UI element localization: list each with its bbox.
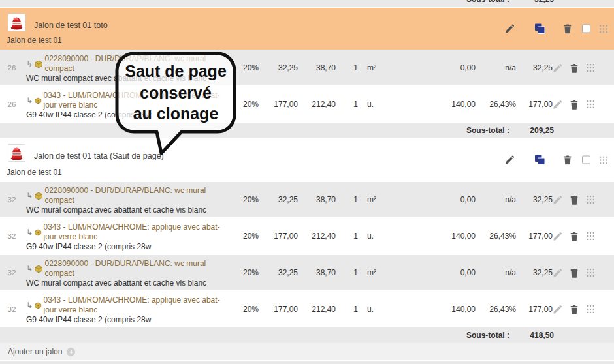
total-cell: 32,25 <box>516 63 553 72</box>
jalon-checkbox[interactable] <box>582 156 590 164</box>
product-detail-text: G9 40w IP44 classe 2 (compris 28w <box>26 242 229 251</box>
unit-price-ht-cell: 32,25 <box>259 195 298 204</box>
pencil-icon <box>553 232 562 241</box>
edit-jalon-button[interactable] <box>504 24 515 34</box>
product-code-link[interactable]: ↳ 0228090000 - DUR/DURAP/BLANC: wc mural… <box>26 186 229 205</box>
row-drag-handle[interactable] <box>587 232 605 240</box>
unit-price-ht-cell: 177,00 <box>259 305 298 314</box>
jalon-subtitle: Jalon de test 01 <box>7 36 62 45</box>
product-code-text: 0343 - LUM/ROMA/CHROME: applique avec ab… <box>44 296 229 315</box>
unit-cell: u. <box>358 305 397 314</box>
sections-container: Jalon de test 01 toto Jalon de test 01 <box>0 8 614 343</box>
pencil-icon <box>553 100 562 110</box>
indent-arrow-icon: ↳ <box>26 59 33 69</box>
product-row: 26 ↳ 0343 - LUM/ROMA/CHROME: applique av… <box>0 86 614 123</box>
unit-price-ht-cell: 177,00 <box>259 232 298 241</box>
unit-cell: u. <box>358 100 397 109</box>
subtotal-label: Sous-total : <box>466 0 521 4</box>
trash-icon <box>563 155 572 165</box>
edit-row-button[interactable] <box>553 63 570 73</box>
vat-cell: 20% <box>233 268 259 277</box>
jalon-drag-handle[interactable] <box>599 25 608 33</box>
add-jalon-button[interactable]: Ajouter un jalon + <box>0 343 614 360</box>
package-icon <box>35 265 42 273</box>
quantity-cell: 1 <box>336 100 358 109</box>
unit-cell: m² <box>358 195 397 204</box>
jalon-row: Jalon de test 01 tata (Saut de page) Jal… <box>0 138 614 181</box>
quantity-cell: 1 <box>336 268 358 277</box>
delete-jalon-button[interactable] <box>562 24 572 34</box>
product-code-link[interactable]: ↳ 0228090000 - DUR/DURAP/BLANC: wc mural… <box>26 54 229 74</box>
drag-grip-icon <box>587 305 594 313</box>
subtotal-value: 418,50 <box>521 331 554 340</box>
drag-grip-icon <box>600 156 607 164</box>
drag-grip-icon <box>587 232 594 240</box>
product-row: 32 ↳ 0343 - LUM/ROMA/CHROME: applique av… <box>0 218 614 254</box>
clone-jalon-button[interactable] <box>534 23 545 35</box>
pencil-icon <box>553 305 562 314</box>
delete-row-button[interactable] <box>570 232 587 241</box>
subtotal-label: Sous-total : <box>466 126 521 135</box>
edit-jalon-button[interactable] <box>504 155 515 165</box>
unit-price-ttc-cell: 212,40 <box>298 100 336 109</box>
subtotal-row: Sous-total : 209,25 <box>0 123 614 138</box>
edit-row-button[interactable] <box>553 305 570 314</box>
add-icon: + <box>67 348 75 356</box>
product-description-cell: ↳ 0343 - LUM/ROMA/CHROME: applique avec … <box>24 291 233 327</box>
row-drag-handle[interactable] <box>587 305 605 313</box>
delete-jalon-button[interactable] <box>562 155 572 165</box>
trash-icon <box>570 305 579 314</box>
clone-jalon-button[interactable] <box>534 155 545 166</box>
package-icon <box>35 97 41 105</box>
unit-price-ttc-cell: 38,70 <box>298 195 336 204</box>
add-jalon-label: Ajouter un jalon <box>8 347 62 356</box>
package-icon <box>35 301 41 310</box>
product-code-link[interactable]: ↳ 0228090000 - DUR/DURAP/BLANC: wc mural… <box>26 259 229 279</box>
delete-row-button[interactable] <box>570 268 587 278</box>
indent-arrow-icon: ↳ <box>26 96 33 106</box>
vat-cell: 20% <box>233 195 259 204</box>
delete-row-button[interactable] <box>570 100 587 110</box>
previous-subtotal-row-clipped: Sous-total : 32,25 <box>0 0 614 7</box>
product-code-link[interactable]: ↳ 0343 - LUM/ROMA/CHROME: applique avec … <box>26 296 229 315</box>
unit-cell: m² <box>358 63 397 72</box>
edit-row-button[interactable] <box>553 232 570 241</box>
product-description-cell: ↳ 0343 - LUM/ROMA/CHROME: applique avec … <box>24 86 233 123</box>
row-drag-handle[interactable] <box>587 269 605 277</box>
delete-row-button[interactable] <box>570 195 587 205</box>
pencil-icon <box>553 268 562 278</box>
unit-price-ht-cell: 32,25 <box>259 63 298 72</box>
delete-row-button[interactable] <box>570 305 587 314</box>
row-drag-handle[interactable] <box>587 196 605 204</box>
product-detail-text: WC mural compact avec abattant et cache … <box>26 205 229 215</box>
bottom-divider <box>0 361 614 364</box>
delete-row-button[interactable] <box>570 63 587 73</box>
product-code-text: 0343 - LUM/ROMA/CHROME: applique avec ab… <box>44 91 229 110</box>
quote-lines-panel: Sous-total : 32,25 Jalon de test 01 toto… <box>0 0 614 364</box>
unit-price-ht-cell: 32,25 <box>259 268 298 277</box>
package-icon <box>35 228 41 237</box>
drag-grip-icon <box>587 269 594 277</box>
vat-cell: 20% <box>233 305 259 314</box>
margin-cell: n/a <box>476 63 516 72</box>
margin-cell: 26,43% <box>476 305 516 314</box>
vat-cell: 20% <box>233 63 259 72</box>
jalon-drag-handle[interactable] <box>599 156 608 164</box>
jalon-actions <box>504 155 608 166</box>
unit-price-ttc-cell: 38,70 <box>298 63 336 72</box>
row-number: 32 <box>0 196 24 204</box>
total-cell: 177,00 <box>516 232 553 241</box>
product-code-text: 0228090000 - DUR/DURAP/BLANC: wc mural c… <box>44 186 229 205</box>
product-code-link[interactable]: ↳ 0343 - LUM/ROMA/CHROME: applique avec … <box>26 222 229 242</box>
row-drag-handle[interactable] <box>587 64 605 72</box>
edit-row-button[interactable] <box>553 100 570 110</box>
product-description-cell: ↳ 0343 - LUM/ROMA/CHROME: applique avec … <box>24 218 233 254</box>
drag-grip-icon <box>587 64 594 72</box>
indent-arrow-icon: ↳ <box>26 264 33 274</box>
product-code-link[interactable]: ↳ 0343 - LUM/ROMA/CHROME: applique avec … <box>26 91 229 110</box>
edit-row-button[interactable] <box>553 195 570 205</box>
package-icon <box>35 60 42 68</box>
jalon-checkbox[interactable] <box>582 25 590 33</box>
row-drag-handle[interactable] <box>587 100 605 108</box>
edit-row-button[interactable] <box>553 268 570 278</box>
